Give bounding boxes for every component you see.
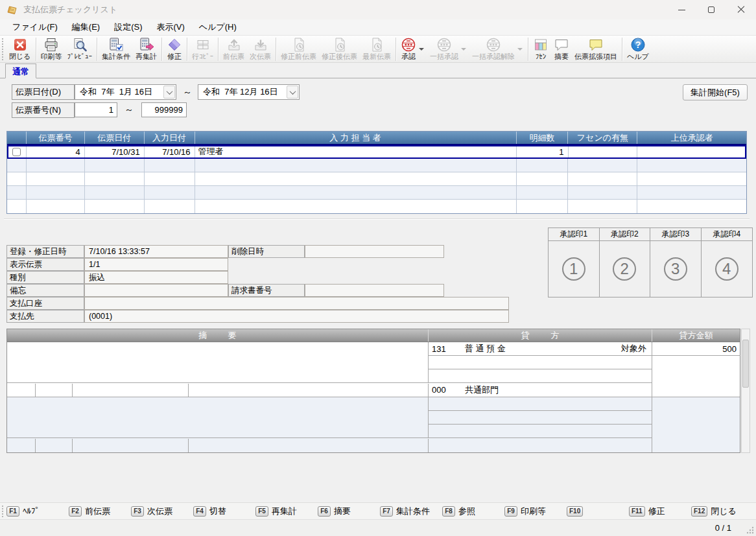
toolbar-summary-button[interactable]: 摘要 <box>551 36 572 62</box>
menu-view[interactable]: 表示(V) <box>150 19 192 35</box>
memo-value <box>84 284 228 297</box>
number-to-input[interactable]: 999999 <box>141 102 187 117</box>
toolbar-batch-approve-button[interactable]: 一括承認 <box>427 36 469 62</box>
fkey-f5[interactable]: F5再集計 <box>255 506 318 517</box>
summary-small-cell[interactable] <box>189 439 428 452</box>
splitter[interactable] <box>4 218 750 220</box>
document-clock-icon <box>369 37 384 52</box>
credit-empty-row[interactable] <box>429 425 652 438</box>
batch-unapprove-stamp-icon <box>486 37 501 52</box>
voucher-row-selected[interactable]: 4 7/10/31 7/10/16 管理者 1 <box>7 145 746 159</box>
toolbar-extension-items-button[interactable]: 伝票拡張項目 <box>572 36 620 62</box>
batch-unapprove-dropdown-icon[interactable] <box>517 48 523 51</box>
credit-empty-row[interactable] <box>429 369 652 383</box>
title-bar: 支払伝票チェックリスト <box>0 0 756 19</box>
toolbar-help-button[interactable]: ? ヘルプ <box>624 36 652 62</box>
credit-empty-row[interactable] <box>429 397 652 411</box>
toolbar-aggregate-conditions-button[interactable]: 集計条件 <box>99 36 133 62</box>
cell-senior-approver <box>637 145 746 158</box>
toolbar-close-button[interactable]: 閉じる <box>6 36 34 62</box>
toolbar-modify-button[interactable]: 修正 <box>164 36 185 62</box>
tab-normal[interactable]: 通常 <box>5 64 36 78</box>
summary-small-cell[interactable] <box>7 439 36 452</box>
deleted-datetime-label: 削除日時 <box>228 245 305 258</box>
toolbar-batch-unapprove-button[interactable]: 一括承認解除 <box>469 36 526 62</box>
number-from-input[interactable]: 1 <box>75 102 117 117</box>
summary-small-cell[interactable] <box>189 384 428 397</box>
toolbar-preview-button[interactable]: ﾌﾟﾚﾋﾞｭｰ <box>65 36 95 62</box>
voucher-row-empty[interactable] <box>7 159 746 172</box>
menu-file[interactable]: ファイル(F) <box>5 19 65 35</box>
fkey-f10[interactable]: F10 <box>567 506 629 517</box>
fkey-f8[interactable]: F8参照 <box>442 506 504 517</box>
toolbar-grip[interactable] <box>2 38 4 60</box>
voucher-row-empty[interactable] <box>7 172 746 186</box>
fkey-f9[interactable]: F9印刷等 <box>504 506 567 517</box>
voucher-date-label: 伝票日付(D) <box>12 84 75 100</box>
batch-approve-dropdown-icon[interactable] <box>461 48 466 51</box>
start-aggregation-button[interactable]: 集計開始(F5) <box>683 84 748 100</box>
fkey-f2[interactable]: F2前伝票 <box>69 506 131 517</box>
minimize-icon <box>678 10 685 10</box>
voucher-number-label: 伝票番号(N) <box>12 102 75 118</box>
chevron-down-icon[interactable] <box>287 86 298 99</box>
fkeybar-grip[interactable] <box>2 506 4 517</box>
calculator-arrow-icon <box>139 37 154 52</box>
summary-small-cell[interactable] <box>36 384 73 397</box>
toolbar-print-button[interactable]: 印刷等 <box>38 36 65 62</box>
credit-empty-row[interactable] <box>429 356 652 369</box>
menu-settings[interactable]: 設定(S) <box>107 19 149 35</box>
summary-small-cell[interactable] <box>73 384 189 397</box>
toolbar-post-correction-voucher-button[interactable]: 修正後伝票 <box>319 36 360 62</box>
fkey-f3[interactable]: F3次伝票 <box>131 506 193 517</box>
menu-edit[interactable]: 編集(E) <box>65 19 107 35</box>
minimize-button[interactable] <box>667 0 696 19</box>
toolbar-pre-correction-voucher-button[interactable]: 修正前伝票 <box>278 36 319 62</box>
toolbar-prev-voucher-button[interactable]: 前伝票 <box>220 36 247 62</box>
fkey-f6[interactable]: F6摘要 <box>318 506 380 517</box>
f5-badge: F5 <box>255 506 268 517</box>
credit-empty-row[interactable] <box>429 438 652 452</box>
fkey-f12[interactable]: F12閉じる <box>691 506 753 517</box>
summary-small-cell[interactable] <box>36 439 73 452</box>
toolbar-fusen-button[interactable]: ﾌｾﾝ <box>530 36 551 62</box>
summary-small-cell[interactable] <box>7 384 36 397</box>
date-to-combo[interactable]: 令和 7年 12月 16日 <box>198 84 300 100</box>
summary-detail-row <box>7 439 429 452</box>
stamp-header-4: 承認印4 <box>702 228 753 240</box>
stamp-cell-2: 2 <box>600 241 651 297</box>
fkey-f7[interactable]: F7集計条件 <box>380 506 442 517</box>
toolbar-approve-button[interactable]: 承認 <box>398 36 427 62</box>
voucher-row-empty[interactable] <box>7 186 746 200</box>
toolbar-next-voucher-button[interactable]: 次伝票 <box>247 36 274 62</box>
credit-account-row[interactable]: 131 普 通 預 金 対象外 <box>429 342 652 356</box>
credit-empty-row[interactable] <box>429 411 652 425</box>
help-icon: ? <box>630 37 646 52</box>
resize-grip-icon[interactable] <box>746 526 754 534</box>
summary-small-cell[interactable] <box>73 439 189 452</box>
chevron-down-icon[interactable] <box>163 86 175 99</box>
summary-cell[interactable] <box>7 342 429 383</box>
maximize-button[interactable] <box>696 0 726 19</box>
ledger-scrollbar-thumb[interactable] <box>742 340 749 388</box>
f10-badge: F10 <box>567 506 583 517</box>
row-checkbox[interactable] <box>12 148 21 156</box>
toolbar-latest-voucher-button[interactable]: 最新伝票 <box>360 36 394 62</box>
fkey-f1[interactable]: F1ﾍﾙﾌﾟ <box>6 506 69 517</box>
circled-number-3: 3 <box>664 257 687 281</box>
grid-header-operator: 入 力 担 当 者 <box>195 132 517 144</box>
date-from-combo[interactable]: 令和 7年 1月 16日 <box>75 84 176 100</box>
credit-department-row[interactable]: 000 共通部門 <box>429 383 652 397</box>
ledger-scrollbar[interactable] <box>741 329 750 453</box>
approve-dropdown-icon[interactable] <box>419 48 424 51</box>
batch-approval-stamp-icon <box>436 37 452 52</box>
credit-column: 131 普 通 預 金 対象外 000 共通部門 <box>429 342 652 397</box>
toolbar-recalculate-button[interactable]: 再集計 <box>133 36 159 62</box>
menu-help[interactable]: ヘルプ(H) <box>192 19 244 35</box>
toolbar-row-copy-button[interactable]: 行ｺﾋﾟｰ <box>189 36 216 62</box>
voucher-row-empty[interactable] <box>7 200 746 213</box>
close-window-button[interactable] <box>726 0 756 19</box>
fkey-f11[interactable]: F11修正 <box>629 506 691 517</box>
summary-cell[interactable] <box>7 397 429 438</box>
fkey-f4[interactable]: F4切替 <box>193 506 255 517</box>
